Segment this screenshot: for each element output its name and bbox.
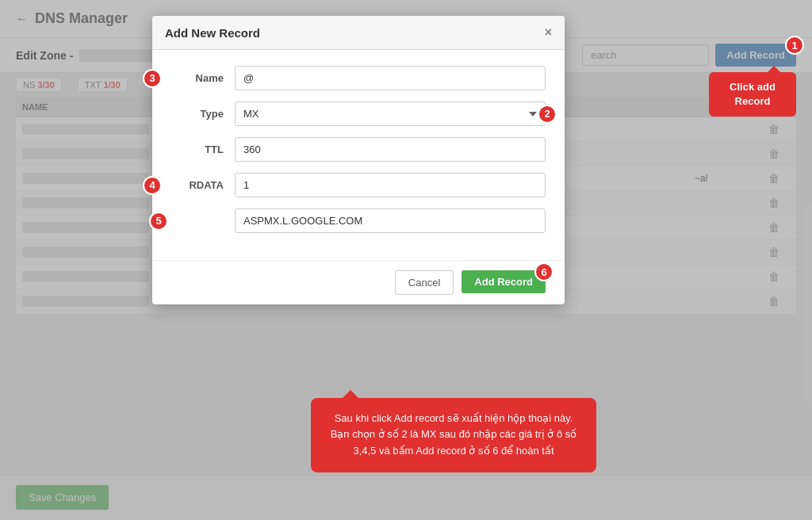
modal-body: 3 Name Type MX A NS TXT CNAME 2 TTL xyxy=(152,50,565,260)
modal-title: Add New Record xyxy=(165,26,260,40)
annotation-badge-4: 4 xyxy=(143,176,162,195)
rdata2-input[interactable] xyxy=(235,208,546,233)
instruction-callout: Sau khi click Add record sẽ xuất hiện hộ… xyxy=(311,398,596,472)
annotation-badge-2: 2 xyxy=(538,105,557,124)
modal-close-button[interactable]: × xyxy=(545,25,552,40)
add-record-button-modal[interactable]: Add Record xyxy=(462,270,546,293)
add-record-modal: Add New Record × 3 Name Type MX A NS TXT… xyxy=(152,16,565,304)
rdata-field-group: 4 RDATA xyxy=(171,173,546,197)
rdata2-field-group: 5 xyxy=(171,208,546,233)
type-field-group: Type MX A NS TXT CNAME 2 xyxy=(171,101,546,126)
ttl-input[interactable] xyxy=(235,137,546,162)
type-select[interactable]: MX A NS TXT CNAME xyxy=(235,101,546,126)
annotation-badge-6: 6 xyxy=(534,262,553,281)
name-field-group: 3 Name xyxy=(171,66,546,90)
ttl-field-group: TTL xyxy=(171,137,546,162)
ttl-label: TTL xyxy=(171,143,235,155)
annotation-badge-1: 1 xyxy=(785,36,804,55)
rdata-input[interactable] xyxy=(235,173,546,197)
annotation-badge-5: 5 xyxy=(149,212,168,231)
type-label: Type xyxy=(171,108,235,120)
name-input[interactable] xyxy=(235,66,546,90)
rdata-label: RDATA xyxy=(171,179,235,191)
name-label: Name xyxy=(171,72,235,84)
modal-header: Add New Record × xyxy=(152,16,565,50)
cancel-button[interactable]: Cancel xyxy=(395,270,454,295)
click-add-tooltip: Click add Record xyxy=(709,72,796,117)
modal-footer: Cancel Add Record 6 xyxy=(152,260,565,304)
annotation-badge-3: 3 xyxy=(143,69,162,88)
